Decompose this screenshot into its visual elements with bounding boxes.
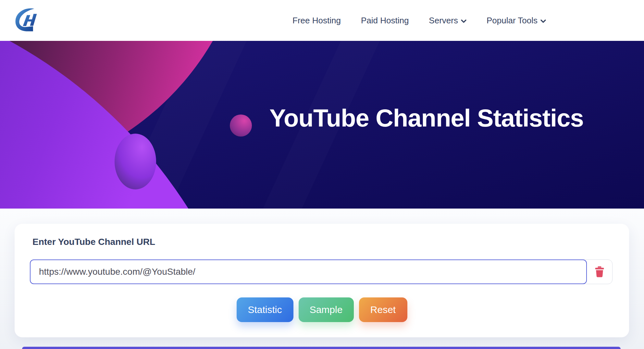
nav-item-servers[interactable]: Servers [429, 16, 466, 26]
site-logo-icon[interactable] [13, 6, 41, 35]
reset-button[interactable]: Reset [359, 297, 407, 322]
nav-label: Paid Hosting [361, 16, 409, 26]
channel-url-input[interactable] [30, 259, 587, 284]
content-area: Enter YouTube Channel URL Statistic Samp… [0, 209, 644, 349]
next-section-top-edge [22, 347, 621, 349]
main-nav: Free Hosting Paid Hosting Servers Popula… [292, 16, 546, 26]
action-buttons: Statistic Sample Reset [15, 297, 629, 322]
sample-button[interactable]: Sample [299, 297, 354, 322]
nav-item-paid-hosting[interactable]: Paid Hosting [361, 16, 409, 26]
trash-icon [595, 266, 604, 277]
chevron-down-icon [461, 19, 466, 23]
nav-item-free-hosting[interactable]: Free Hosting [292, 16, 341, 26]
nav-label: Popular Tools [487, 16, 538, 26]
chevron-down-icon [540, 19, 546, 23]
nav-item-popular-tools[interactable]: Popular Tools [487, 16, 546, 26]
input-label: Enter YouTube Channel URL [32, 237, 155, 247]
hero-banner: YouTube Channel Statistics [0, 41, 644, 209]
statistic-button[interactable]: Statistic [237, 297, 293, 322]
page-title: YouTube Channel Statistics [269, 104, 594, 132]
channel-url-card: Enter YouTube Channel URL Statistic Samp… [15, 224, 629, 337]
clear-input-button[interactable] [587, 260, 612, 284]
nav-label: Servers [429, 16, 458, 26]
top-navbar: Free Hosting Paid Hosting Servers Popula… [0, 0, 644, 41]
url-input-group [30, 259, 613, 284]
nav-label: Free Hosting [292, 16, 341, 26]
